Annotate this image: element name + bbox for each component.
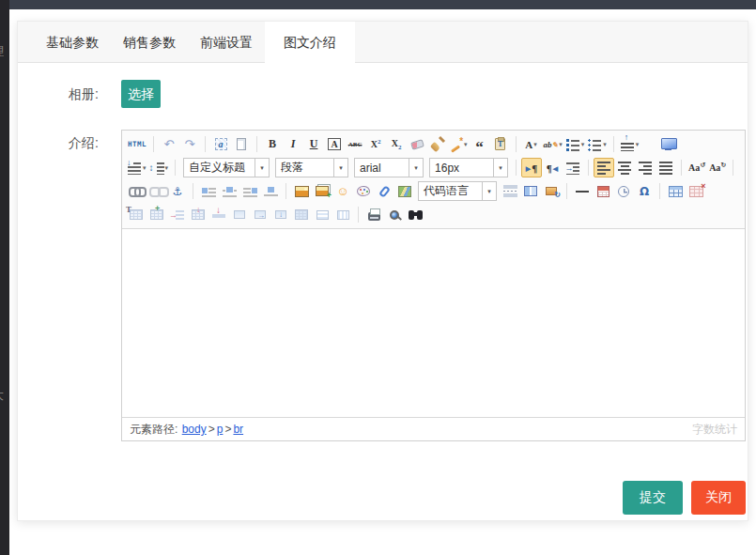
- direction-rtl-button[interactable]: ¶: [542, 158, 563, 177]
- align-center-button[interactable]: [614, 158, 635, 177]
- anchor-button[interactable]: ⚓: [167, 181, 188, 201]
- new-document-button[interactable]: [231, 134, 252, 154]
- new-document-icon: [237, 138, 246, 150]
- tab-richtext-intro[interactable]: 图文介绍: [265, 22, 355, 64]
- font-size-select[interactable]: 16px▾: [429, 158, 508, 177]
- dropdown-arrow-icon[interactable]: ▾: [482, 182, 496, 200]
- dropdown-arrow-icon[interactable]: ▾: [255, 159, 269, 177]
- underline-button[interactable]: U: [303, 134, 324, 154]
- paragraph-spacing-button[interactable]: ▾: [619, 134, 641, 154]
- indent-button[interactable]: [563, 158, 583, 177]
- insert-image-button[interactable]: [291, 181, 312, 201]
- image-float-left-button[interactable]: [198, 181, 219, 201]
- split-to-cols-button[interactable]: [332, 205, 353, 224]
- insert-title-row-button[interactable]: [147, 205, 167, 224]
- unlink-button[interactable]: [147, 181, 167, 201]
- close-button[interactable]: 关闭: [691, 481, 746, 515]
- insert-date-button[interactable]: [593, 181, 613, 201]
- table-cell-button[interactable]: [229, 205, 250, 224]
- delete-row-button[interactable]: [208, 205, 229, 224]
- to-lowercase-button[interactable]: Aa: [707, 158, 728, 177]
- remove-format-button[interactable]: [407, 134, 427, 154]
- background-color-button[interactable]: ab▾: [542, 134, 564, 154]
- merge-cell-down-button[interactable]: [270, 205, 291, 224]
- merge-cell-right-button[interactable]: [250, 205, 270, 224]
- insert-column-button[interactable]: [188, 205, 208, 224]
- strikethrough-button[interactable]: ABC: [345, 134, 365, 154]
- editor-content[interactable]: [122, 229, 745, 417]
- album-select-button[interactable]: 选择: [121, 80, 161, 108]
- emotion-button[interactable]: ☺: [332, 181, 353, 201]
- subscript-button[interactable]: X: [386, 134, 407, 154]
- unordered-list-button[interactable]: ▾: [586, 134, 609, 154]
- bold-button[interactable]: B: [262, 134, 283, 154]
- source-html-button[interactable]: HTML: [126, 134, 148, 154]
- scrawl-button[interactable]: [353, 181, 374, 201]
- page-break-button[interactable]: [500, 181, 520, 201]
- dropdown-arrow-icon[interactable]: ▾: [409, 159, 423, 177]
- print-button[interactable]: [363, 205, 384, 224]
- element-path-p[interactable]: p: [217, 423, 224, 436]
- first-line-indent-button[interactable]: ▾: [126, 158, 148, 177]
- split-to-rows-button[interactable]: [312, 205, 332, 224]
- multi-image-button[interactable]: [312, 181, 332, 201]
- element-path-br[interactable]: br: [233, 423, 243, 436]
- blockquote-button[interactable]: “: [470, 134, 490, 154]
- table-title-button[interactable]: [126, 205, 147, 224]
- link-button[interactable]: [126, 181, 147, 201]
- horizontal-rule-button[interactable]: [572, 181, 593, 201]
- path-separator: >: [208, 423, 215, 436]
- to-uppercase-button[interactable]: Aa: [687, 158, 707, 177]
- insert-table-button[interactable]: [665, 181, 686, 201]
- ordered-list-button[interactable]: ▾: [564, 134, 587, 154]
- insert-time-button[interactable]: [613, 181, 634, 201]
- insert-iframe-button[interactable]: [520, 181, 541, 201]
- element-path-body[interactable]: body: [182, 423, 207, 436]
- preview-button[interactable]: [384, 205, 405, 224]
- custom-heading-select[interactable]: 自定义标题▾: [183, 158, 270, 177]
- insert-row-button[interactable]: [167, 205, 188, 224]
- insert-map-button[interactable]: [394, 181, 415, 201]
- font-family-select[interactable]: arial▾: [354, 158, 424, 177]
- merge-cells-button[interactable]: [291, 205, 312, 224]
- undo-button[interactable]: ↶: [159, 134, 179, 154]
- toolbar-separator: [733, 160, 733, 176]
- screen-display-button[interactable]: [657, 134, 678, 154]
- path-separator: >: [224, 423, 231, 436]
- toolbar-separator: [681, 160, 682, 176]
- image-inline-button[interactable]: [219, 181, 239, 201]
- attachment-button[interactable]: [374, 181, 394, 201]
- paragraph-select[interactable]: 段落▾: [275, 158, 348, 177]
- submit-button[interactable]: 提交: [623, 481, 683, 515]
- paste-as-text-button[interactable]: [490, 134, 511, 154]
- align-left-button[interactable]: [594, 158, 614, 177]
- align-justify-button[interactable]: [656, 158, 676, 177]
- font-color-button[interactable]: A▾: [521, 134, 542, 154]
- tab-basic-params[interactable]: 基础参数: [34, 22, 111, 62]
- format-painter-button[interactable]: [427, 134, 448, 154]
- line-height-button[interactable]: ▾: [148, 158, 171, 177]
- paragraph-select-value: 段落: [276, 160, 333, 176]
- code-language-select[interactable]: 代码语言▾: [418, 181, 497, 201]
- italic-button[interactable]: I: [283, 134, 303, 154]
- auto-typeset-button[interactable]: ▾: [448, 134, 470, 154]
- special-characters-button[interactable]: Ω: [634, 181, 655, 201]
- emotion-icon: ☺: [336, 185, 348, 197]
- font-border-button[interactable]: A: [324, 134, 345, 154]
- dropdown-arrow-icon[interactable]: ▾: [493, 159, 507, 177]
- direction-ltr-button[interactable]: ¶: [521, 158, 542, 177]
- tab-sales-params[interactable]: 销售参数: [111, 22, 188, 62]
- align-right-button[interactable]: [635, 158, 656, 177]
- find-replace-button[interactable]: [405, 205, 425, 224]
- align-right-icon: [639, 161, 653, 176]
- dropdown-arrow-icon[interactable]: ▾: [333, 159, 347, 177]
- inline-anchor-button[interactable]: a: [210, 134, 231, 154]
- image-float-right-button[interactable]: [239, 181, 260, 201]
- tab-frontend-settings[interactable]: 前端设置: [188, 22, 265, 62]
- snapscreen-button[interactable]: [541, 181, 562, 201]
- image-center-button[interactable]: [260, 181, 281, 201]
- delete-table-button[interactable]: [686, 181, 706, 201]
- superscript-button[interactable]: X: [365, 134, 386, 154]
- redo-button[interactable]: ↷: [179, 134, 200, 154]
- to-uppercase-icon: Aa: [688, 162, 705, 173]
